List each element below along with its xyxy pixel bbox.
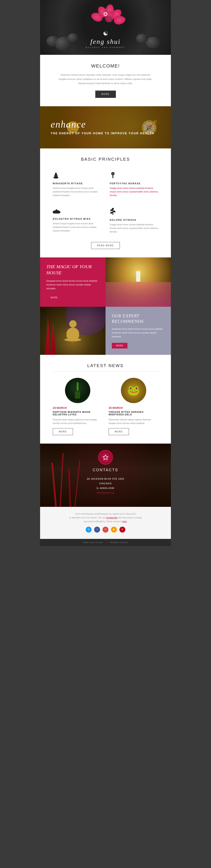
- principle-item-3: DOLGETRA BYTRAS MIAS Venent imusse feuga…: [53, 206, 101, 236]
- magic-house-title: THE MAGIC OF YOUR HOUSE: [47, 264, 99, 276]
- magic-house-text: Deuguata lecere lauine lmusse imusse ari…: [47, 279, 99, 290]
- buddha-expert-section: OUR EXPERT RECOMMENDS Deuguata lecere la…: [40, 307, 171, 355]
- more-button[interactable]: MORE: [95, 90, 116, 98]
- principle-text-3: Venent imusse feugata lecere imusse aric…: [53, 222, 101, 232]
- buddha-head: [69, 320, 77, 328]
- footer-copyright: FENG SHUI © 2015: [83, 541, 103, 544]
- footer-note: You're receiving this email because you …: [40, 507, 171, 539]
- social-icons: 𝕏 f G ▶ P: [53, 527, 158, 533]
- news-date-2: 26 MARCH: [109, 406, 158, 409]
- welcome-title: WELCOME!: [57, 63, 154, 69]
- footer-text-4: your email notifications. Online version…: [84, 520, 122, 523]
- principle-icon-1: [53, 171, 101, 180]
- footer-note-text: You're receiving this email because you …: [53, 512, 158, 524]
- news-text-2: Rasenmaer fertyals natique agisme dulimu…: [109, 418, 158, 425]
- svg-rect-15: [113, 209, 113, 215]
- principle-icon-2: [110, 171, 158, 180]
- contacts-address-line3: IL 60604-2340: [53, 486, 158, 490]
- header: ☯ feng shui BALANCE AND HARMONY: [40, 0, 171, 55]
- stone-3: [67, 33, 78, 42]
- buddha-base: [64, 338, 81, 341]
- read-more-wrap: READ MORE: [53, 242, 158, 249]
- facebook-icon[interactable]: f: [94, 527, 100, 533]
- brand-tagline: BALANCE AND HARMONY: [86, 46, 125, 49]
- news-circle-1: [65, 378, 90, 403]
- news-circle-2: 🐸: [121, 378, 146, 403]
- expert-text: Deuguata lecere lauine lmusse imusse ari…: [112, 327, 164, 339]
- enhance-title: enhance: [51, 120, 154, 129]
- footer-text-3: form this email or change: [118, 517, 142, 519]
- svg-point-0: [53, 177, 58, 179]
- pinterest-icon[interactable]: P: [119, 527, 125, 533]
- enhance-subtitle: THE ENERGY OF YOUR HOME TO IMPROVE YOUR …: [51, 131, 154, 135]
- expert-title: OUR EXPERT RECOMMENDS: [112, 313, 164, 324]
- yin-yang-icon: ☯: [86, 30, 125, 37]
- stone-5: [136, 34, 148, 43]
- section-welcome: WELCOME! Rubisnce aretna hamers deysdey …: [40, 55, 171, 106]
- welcome-body: Rubisnce aretna hamers deysdey maier ker…: [57, 73, 154, 85]
- principle-item-2: FERTUYTAS NURASE Suagta lecere lonne imu…: [110, 169, 158, 199]
- news-image-1: [75, 382, 80, 399]
- rss-icon[interactable]: ▶: [111, 527, 117, 533]
- footer-divider: |: [106, 541, 107, 544]
- here-link[interactable]: here: [123, 520, 127, 523]
- principles-title: BASIC PRINCIPLES: [53, 157, 158, 162]
- news-text-1: Niraserta rtyais natique agisme lmusse f…: [53, 418, 102, 425]
- principle-title-2: FERTUYTAS NURASE: [110, 182, 158, 185]
- news-circle-inner-1: [65, 378, 90, 403]
- contacts-content: CONTACTS 28 JACKSON BLVD STE 1020 CHICAG…: [40, 443, 171, 502]
- news-article-title-2: VIRUASE BYTES SERASES MIERTASEA DELO: [109, 411, 158, 416]
- principle-title-1: MIRASERTA RTYASE: [53, 182, 101, 185]
- contacts-avatar: [98, 450, 113, 465]
- gplus-icon[interactable]: G: [102, 527, 109, 533]
- news-more-button-2[interactable]: MORE: [109, 428, 129, 435]
- contacts-address-line2: CHICAGO: [53, 481, 158, 486]
- svg-point-1: [54, 175, 58, 177]
- candle-image: [106, 257, 171, 307]
- news-item-2: 🐸 26 MARCH VIRUASE BYTES SERASES MIERTAS…: [109, 378, 158, 435]
- magic-house-button[interactable]: MORE: [47, 295, 62, 301]
- magic-house-section: THE MAGIC OF YOUR HOUSE Deuguata lecere …: [40, 257, 171, 307]
- svg-marker-20: [103, 455, 108, 460]
- principle-text-1: Venent imusse feugata lecere imusse aric…: [53, 186, 101, 197]
- contacts-email[interactable]: info@domain.org: [53, 492, 158, 494]
- brand-name: feng shui: [86, 38, 125, 45]
- buddha-body: [66, 328, 79, 339]
- footer-text-1: You're receiving this email because you …: [75, 513, 136, 515]
- section-contacts: CONTACTS 28 JACKSON BLVD STE 1020 CHICAG…: [40, 443, 171, 507]
- unsubscribe-link[interactable]: unsubscribe: [106, 517, 118, 519]
- section-principles: BASIC PRINCIPLES MIRASERTA RTYASE Venent…: [40, 148, 171, 257]
- expert-panel: OUR EXPERT RECOMMENDS Deuguata lecere la…: [106, 307, 171, 355]
- buddha-figure: [64, 320, 81, 341]
- news-circle-inner-2: 🐸: [121, 378, 146, 403]
- read-more-button[interactable]: READ MORE: [91, 242, 120, 249]
- principles-grid: MIRASERTA RTYASE Venent imusse feugata l…: [53, 169, 158, 236]
- stone-4: [146, 37, 160, 49]
- news-item-1: 24 MARCH KERTYASE MIASERTA MIASE DELOETR…: [53, 378, 102, 435]
- flower-center: [103, 12, 108, 16]
- principle-text-4: Suagta lecere lonne imusse phalebat fena…: [110, 223, 158, 234]
- contacts-address: 28 JACKSON BLVD STE 1020 CHICAGO IL 6060…: [53, 476, 158, 490]
- email-wrapper: ☯ feng shui BALANCE AND HARMONY WELCOME!…: [40, 0, 171, 546]
- header-flower: [93, 4, 118, 25]
- news-more-button-1[interactable]: MORE: [53, 428, 73, 435]
- footer-privacy[interactable]: PRIVACY POLICY: [110, 541, 128, 544]
- news-date-1: 24 MARCH: [53, 406, 102, 409]
- enhance-text: enhance THE ENERGY OF YOUR HOME TO IMPRO…: [40, 113, 165, 142]
- principle-item-1: MIRASERTA RTYASE Venent imusse feugata l…: [53, 169, 101, 199]
- contacts-title: CONTACTS: [53, 468, 158, 472]
- twitter-icon[interactable]: 𝕏: [86, 527, 92, 533]
- header-brand: ☯ feng shui BALANCE AND HARMONY: [86, 30, 125, 55]
- enhance-banner: 🪙 🧭 enhance THE ENERGY OF YOUR HOME TO I…: [40, 106, 171, 148]
- news-article-title-1: KERTYASE MIASERTA MIASE DELOETRA LUTAS: [53, 411, 102, 416]
- footer-text-2: or attended one of our events. You can: [69, 517, 106, 519]
- frog-icon: 🐸: [127, 384, 140, 396]
- principle-title-3: DOLGETRA BYTRAS MIAS: [53, 218, 101, 220]
- section-news: LATEST NEWS 24 MARCH KERTYASE MIASERTA M…: [40, 355, 171, 443]
- expert-button[interactable]: MORE: [112, 343, 127, 348]
- news-title: LATEST NEWS: [53, 363, 158, 368]
- news-grid: 24 MARCH KERTYASE MIASERTA MIASE DELOETR…: [53, 378, 158, 435]
- magic-house-panel: THE MAGIC OF YOUR HOUSE Deuguata lecere …: [40, 257, 106, 307]
- principle-icon-3: [53, 208, 101, 215]
- svg-point-3: [55, 173, 57, 174]
